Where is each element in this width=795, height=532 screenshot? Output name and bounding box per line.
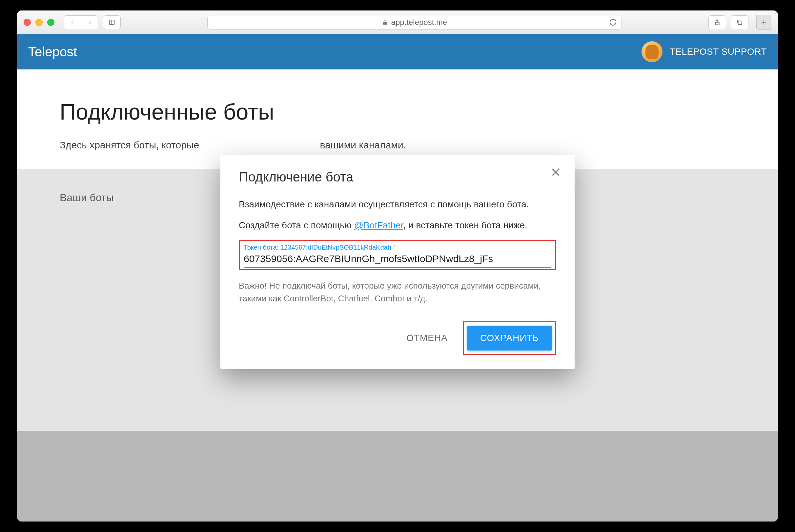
close-window-icon[interactable]	[24, 19, 31, 26]
user-menu[interactable]: TELEPOST SUPPORT	[642, 41, 767, 62]
svg-rect-0	[110, 20, 114, 24]
user-name-label: TELEPOST SUPPORT	[670, 46, 767, 57]
svg-rect-3	[738, 21, 742, 24]
token-input-highlight: Токен бота: 1234567:dfDuEtNvpSOB11kRdaKd…	[239, 240, 556, 270]
minimize-window-icon[interactable]	[35, 19, 43, 26]
botfather-link[interactable]: @BotFather	[354, 220, 403, 230]
tabs-button[interactable]	[731, 16, 748, 29]
back-button[interactable]	[64, 16, 81, 29]
sidebar-toggle-button[interactable]	[103, 16, 120, 29]
dialog-actions: ОТМЕНА СОХРАНИТЬ	[239, 321, 556, 355]
cancel-button[interactable]: ОТМЕНА	[401, 326, 453, 350]
dialog-backdrop: ✕ Подключение бота Взаимодествие с канал…	[17, 70, 778, 521]
close-icon[interactable]: ✕	[550, 166, 561, 179]
url-bar[interactable]: app.telepost.me	[207, 15, 622, 30]
content-area: Подключенные боты Здесь хранятся боты, к…	[17, 70, 778, 521]
chrome-right-controls: +	[708, 15, 771, 30]
required-asterisk: *	[393, 244, 396, 251]
refresh-icon[interactable]	[609, 18, 617, 26]
connect-bot-dialog: ✕ Подключение бота Взаимодествие с канал…	[220, 155, 575, 369]
dialog-title: Подключение бота	[239, 170, 556, 185]
window-controls	[24, 19, 54, 26]
save-button-highlight: СОХРАНИТЬ	[463, 321, 556, 355]
maximize-window-icon[interactable]	[47, 19, 54, 26]
dialog-text-2: Создайте бота с помощью @BotFather, и вс…	[239, 218, 556, 232]
save-button[interactable]: СОХРАНИТЬ	[467, 326, 552, 350]
dialog-text-1: Взаимодествие с каналами осуществляется …	[239, 197, 556, 211]
token-input-label: Токен бота: 1234567:dfDuEtNvpSOB11kRdaKd…	[244, 244, 551, 251]
app-header: Telepost TELEPOST SUPPORT	[17, 34, 778, 70]
new-tab-button[interactable]: +	[756, 15, 771, 30]
share-button[interactable]	[709, 16, 726, 29]
forward-button[interactable]	[81, 16, 98, 29]
lock-icon	[382, 19, 388, 25]
nav-button-group	[64, 15, 98, 29]
sidebar-toggle-group	[103, 15, 121, 29]
dialog-note: Важно! Не подключай боты, которые уже ис…	[239, 280, 556, 305]
browser-toolbar: app.telepost.me +	[17, 11, 778, 34]
url-text: app.telepost.me	[391, 18, 447, 27]
browser-window: app.telepost.me + Telepost TELEPOST SUPP…	[17, 11, 778, 521]
avatar	[642, 41, 663, 62]
app-logo-text[interactable]: Telepost	[28, 44, 77, 59]
token-input[interactable]	[244, 252, 551, 268]
